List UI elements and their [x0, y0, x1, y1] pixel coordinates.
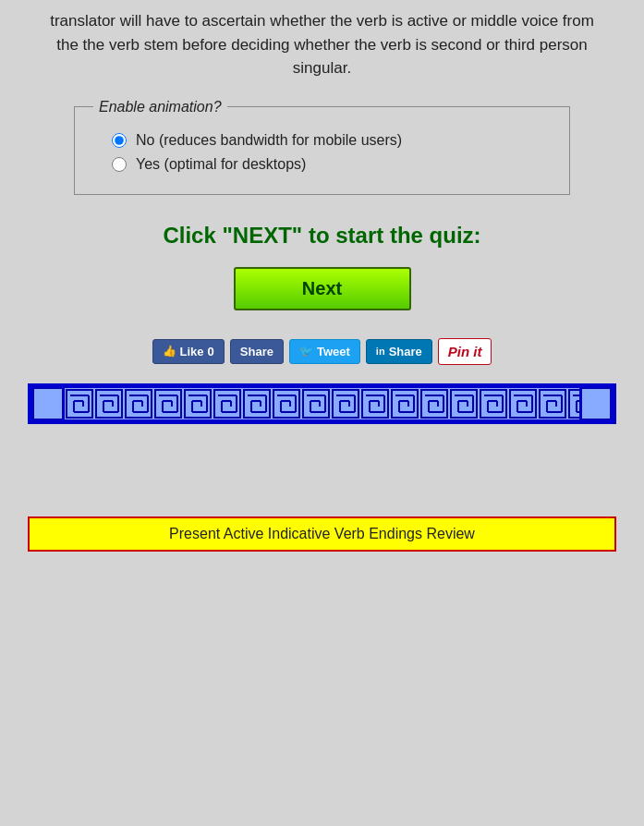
- radio-yes-label: Yes (optimal for desktops): [136, 156, 306, 173]
- animation-fieldset: Enable animation? No (reduces bandwidth …: [74, 99, 570, 195]
- thumb-icon: 👍: [163, 345, 176, 358]
- animation-legend: Enable animation?: [93, 99, 227, 115]
- greek-end-left: [33, 388, 63, 419]
- greek-key-border: [28, 383, 616, 424]
- footer-section: Present Active Indicative Verb Endings R…: [28, 516, 616, 552]
- intro-paragraph: translator will have to ascertain whethe…: [50, 12, 594, 77]
- intro-text: translator will have to ascertain whethe…: [18, 0, 626, 99]
- radio-option-no[interactable]: No (reduces bandwidth for mobile users): [93, 132, 551, 149]
- facebook-like-button[interactable]: 👍 Like 0: [152, 339, 225, 364]
- pinterest-label: Pin it: [448, 344, 482, 359]
- like-label: Like: [180, 345, 204, 358]
- like-count: 0: [208, 345, 214, 358]
- twitter-tweet-button[interactable]: 🐦 Tweet: [289, 339, 360, 364]
- tweet-label: Tweet: [317, 345, 350, 358]
- linkedin-icon-text: in: [376, 346, 385, 357]
- facebook-share-button[interactable]: Share: [230, 339, 284, 364]
- radio-no-label: No (reduces bandwidth for mobile users): [136, 132, 402, 149]
- linkedin-share-button[interactable]: in Share: [366, 339, 432, 364]
- linkedin-label: Share: [389, 345, 422, 358]
- radio-no[interactable]: [112, 133, 127, 148]
- greek-key-pattern: [65, 388, 579, 419]
- next-button[interactable]: Next: [234, 267, 411, 310]
- pinterest-pinit-button[interactable]: Pin it: [438, 338, 492, 365]
- bird-icon: 🐦: [299, 345, 313, 358]
- svg-rect-8: [65, 388, 579, 419]
- greek-end-right: [581, 388, 611, 419]
- footer-label: Present Active Indicative Verb Endings R…: [28, 516, 616, 552]
- radio-yes[interactable]: [112, 157, 127, 172]
- social-bar: 👍 Like 0 Share 🐦 Tweet in Share Pin it: [18, 338, 626, 365]
- cta-instruction: Click "NEXT" to start the quiz:: [18, 223, 626, 249]
- main-container: translator will have to ascertain whethe…: [0, 0, 644, 579]
- radio-option-yes[interactable]: Yes (optimal for desktops): [93, 156, 551, 173]
- next-button-container: Next: [18, 267, 626, 310]
- spacer: [18, 443, 626, 498]
